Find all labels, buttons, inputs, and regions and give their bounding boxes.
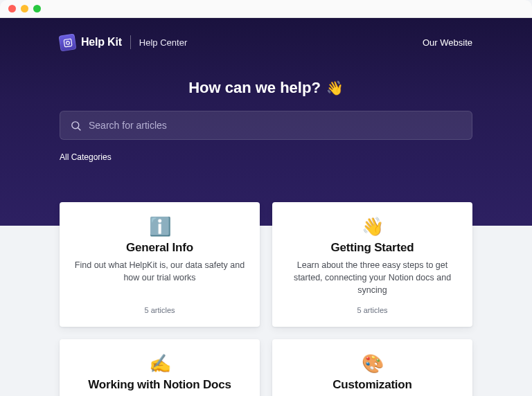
category-grid: ℹ️ General Info Find out what HelpKit is… <box>0 197 532 396</box>
info-icon: ℹ️ <box>73 217 246 235</box>
card-description: Find out what HelpKit is, our data safet… <box>73 259 246 284</box>
search-input[interactable] <box>89 120 462 131</box>
category-card-general-info[interactable]: ℹ️ General Info Find out what HelpKit is… <box>60 202 260 327</box>
window-titlebar <box>0 0 532 18</box>
maximize-window-icon[interactable] <box>33 5 41 12</box>
category-card-customization[interactable]: 🎨 Customization Learn how to customize H… <box>272 339 472 396</box>
svg-rect-0 <box>64 38 72 46</box>
brand-logo-link[interactable]: Help Kit <box>60 35 122 51</box>
close-window-icon[interactable] <box>8 5 16 12</box>
wave-hand-icon: 👋 <box>326 80 344 96</box>
palette-icon: 🎨 <box>286 354 459 372</box>
article-count: 5 articles <box>73 306 246 314</box>
nav-divider <box>130 35 131 49</box>
nav-left: Help Kit Help Center <box>60 35 187 51</box>
breadcrumb: All Categories <box>0 140 532 162</box>
card-title: Customization <box>286 378 459 392</box>
sub-brand-label: Help Center <box>139 37 187 48</box>
headline-text: How can we help? <box>188 79 321 97</box>
card-title: General Info <box>73 241 246 255</box>
category-card-notion-docs[interactable]: ✍️ Working with Notion Docs Setting up c… <box>60 339 260 396</box>
hero-section: Help Kit Help Center Our Website How can… <box>0 18 532 226</box>
top-nav: Help Kit Help Center Our Website <box>0 18 532 55</box>
brand-logo-icon <box>59 33 77 51</box>
card-title: Getting Started <box>286 241 459 255</box>
search-field[interactable] <box>60 111 472 140</box>
minimize-window-icon[interactable] <box>21 5 28 12</box>
page-headline: How can we help? 👋 <box>0 79 532 97</box>
our-website-link[interactable]: Our Website <box>423 37 472 48</box>
article-count: 5 articles <box>286 306 459 314</box>
card-title: Working with Notion Docs <box>73 378 246 392</box>
search-container <box>0 111 532 140</box>
wave-hand-icon: 👋 <box>286 217 459 235</box>
search-icon <box>70 120 82 132</box>
svg-point-1 <box>66 40 69 44</box>
svg-line-3 <box>78 127 80 129</box>
category-card-getting-started[interactable]: 👋 Getting Started Learn about the three … <box>272 202 472 327</box>
brand-name: Help Kit <box>81 36 122 48</box>
card-description: Learn about the three easy steps to get … <box>286 259 459 296</box>
writing-hand-icon: ✍️ <box>73 354 246 372</box>
